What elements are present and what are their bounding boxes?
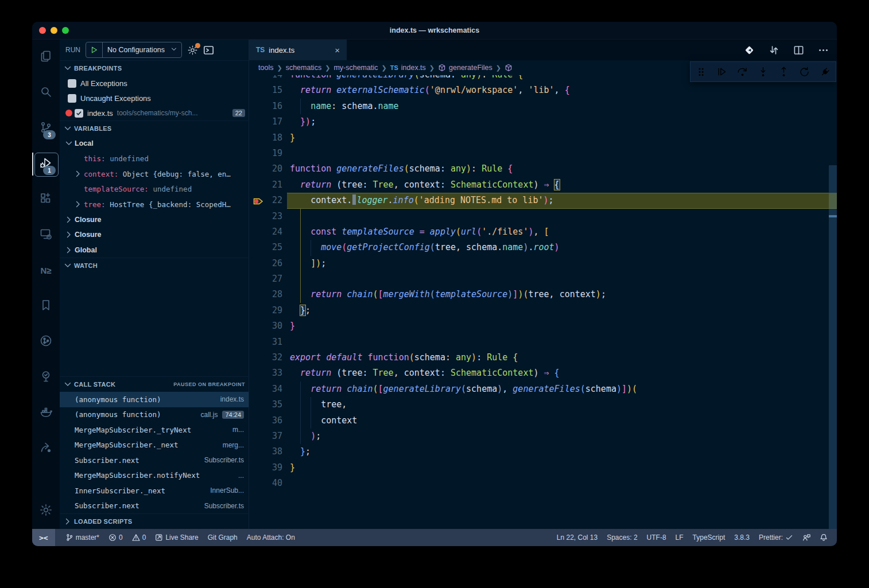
code-line-content[interactable]: tree, <box>287 397 837 412</box>
watch-section-header[interactable]: WATCH <box>60 258 249 273</box>
gutter[interactable]: 31 <box>249 334 287 350</box>
call-stack-section-header[interactable]: CALL STACK PAUSED ON BREAKPOINT <box>60 376 249 392</box>
code-line-content[interactable]: return (tree: Tree, context: SchematicCo… <box>287 177 837 193</box>
zoom-window-button[interactable] <box>62 27 69 34</box>
code-line-content[interactable] <box>287 476 837 491</box>
gutter[interactable]: 38 <box>249 444 287 460</box>
gutter[interactable]: 35 <box>249 397 287 412</box>
code-line-content[interactable]: move(getProjectConfig(tree, schema.name)… <box>287 240 837 255</box>
gutter[interactable]: 22 <box>249 193 287 208</box>
gutter[interactable]: 39 <box>249 460 287 476</box>
code-line-content[interactable]: return chain([mergeWith(templateSource)]… <box>287 287 837 302</box>
step-into-button[interactable] <box>757 66 769 78</box>
status-item-prettier[interactable]: Prettier: <box>754 534 798 542</box>
breadcrumb-item[interactable]: tools <box>258 64 273 72</box>
gutter[interactable]: 28 <box>249 287 287 302</box>
breakpoint-row[interactable]: Uncaught Exceptions <box>60 91 249 106</box>
variables-scope-closure[interactable]: Closure <box>60 227 249 243</box>
status-item-notifications[interactable] <box>815 534 832 542</box>
code-line-content[interactable]: ]); <box>287 256 837 271</box>
activity-item-git-graph[interactable] <box>32 324 60 360</box>
code-area[interactable]: 14function generateLibrary(schema: any):… <box>249 75 837 529</box>
code-line-content[interactable]: } <box>287 460 837 476</box>
status-item-cursor-position[interactable]: Ln 22, Col 13 <box>552 534 602 542</box>
remote-indicator[interactable]: >< <box>32 529 55 546</box>
code-line-content[interactable]: function generateFiles(schema: any): Rul… <box>287 161 837 177</box>
compare-changes-icon[interactable] <box>769 45 779 56</box>
breadcrumb-item[interactable]: TSindex.ts <box>390 64 426 72</box>
code-line-content[interactable]: export default function(schema: any): Ru… <box>287 350 837 365</box>
gutter[interactable]: 29 <box>249 303 287 318</box>
gutter[interactable]: 17 <box>249 114 287 130</box>
gutter[interactable]: 33 <box>249 365 287 381</box>
breakpoint-row[interactable]: index.tstools/schematics/my-sch...22 <box>60 106 249 120</box>
activity-item-live-share[interactable] <box>32 431 60 466</box>
variables-scope-local[interactable]: Local <box>60 136 249 151</box>
open-changes-icon[interactable] <box>744 45 755 56</box>
variable-row[interactable]: context: Object {debug: false, en… <box>60 166 249 182</box>
status-item-auto-attach[interactable]: Auto Attach: On <box>242 534 300 542</box>
code-line-content[interactable]: ); <box>287 429 837 444</box>
call-stack-frame[interactable]: (anonymous function)index.ts <box>60 392 249 407</box>
status-item-language[interactable]: TypeScript <box>688 534 730 542</box>
debug-console-button[interactable] <box>203 45 214 56</box>
code-line-content[interactable]: context <box>287 413 837 429</box>
status-item-live-share[interactable]: Live Share <box>150 534 203 542</box>
gutter[interactable]: 23 <box>249 209 287 224</box>
gutter[interactable]: 14 <box>249 75 287 83</box>
call-stack-frame[interactable]: InnerSubscriber._nextInnerSub... <box>60 483 249 499</box>
continue-button[interactable] <box>716 66 728 78</box>
status-item-warnings[interactable]: 0 <box>127 534 151 542</box>
code-line-content[interactable]: return (tree: Tree, context: SchematicCo… <box>287 365 837 381</box>
activity-item-search[interactable] <box>32 75 60 111</box>
activity-item-explorer[interactable] <box>32 40 60 75</box>
code-line-content[interactable]: return externalSchematic('@nrwl/workspac… <box>287 83 837 98</box>
code-line-content[interactable]: name: schema.name <box>287 99 837 114</box>
call-stack-frame[interactable]: Subscriber.nextSubscriber.ts <box>60 499 249 514</box>
disconnect-button[interactable] <box>819 66 831 78</box>
code-line-content[interactable]: context.logger.info('adding NOTES.md to … <box>287 193 837 208</box>
code-line-content[interactable]: }; <box>287 303 837 318</box>
gutter[interactable]: 36 <box>249 413 287 429</box>
restart-button[interactable] <box>798 66 810 78</box>
code-line-content[interactable]: }; <box>287 444 837 460</box>
status-item-indentation[interactable]: Spaces: 2 <box>602 534 642 542</box>
gutter[interactable]: 27 <box>249 271 287 287</box>
gutter[interactable]: 34 <box>249 381 287 397</box>
gutter[interactable]: 18 <box>249 130 287 146</box>
minimize-window-button[interactable] <box>51 27 57 34</box>
code-line-content[interactable] <box>287 271 837 287</box>
activity-item-bookmarks[interactable] <box>32 289 60 324</box>
gutter[interactable]: 40 <box>249 476 287 491</box>
breadcrumb-item[interactable]: my-schematic <box>333 64 378 72</box>
configure-gear-button[interactable] <box>187 45 198 56</box>
breakpoint-checkbox[interactable] <box>68 94 76 103</box>
code-line-content[interactable]: }); <box>287 114 837 130</box>
call-stack-frame[interactable]: MergeMapSubscriber.notifyNext... <box>60 468 249 484</box>
status-item-ts-version[interactable]: 3.8.3 <box>730 534 754 542</box>
variable-row[interactable]: tree: HostTree {_backend: ScopedH… <box>60 197 249 212</box>
status-item-eol[interactable]: LF <box>671 534 688 542</box>
status-item-encoding[interactable]: UTF-8 <box>642 534 671 542</box>
loaded-scripts-section-header[interactable]: LOADED SCRIPTS <box>60 513 249 529</box>
activity-item-docker[interactable] <box>32 395 60 431</box>
activity-item-remote-explorer[interactable] <box>32 217 60 253</box>
gutter[interactable]: 15 <box>249 83 287 98</box>
gutter[interactable]: 21 <box>249 177 287 193</box>
code-line-content[interactable] <box>287 334 837 350</box>
gutter[interactable]: 25 <box>249 240 287 255</box>
activity-item-run-debug[interactable]: 1 <box>32 146 60 182</box>
code-line-content[interactable]: } <box>287 318 837 334</box>
activity-item-nx-console[interactable]: N≥ <box>32 253 60 289</box>
code-line-content[interactable] <box>287 209 837 224</box>
step-over-button[interactable] <box>736 66 748 78</box>
variables-scope-global[interactable]: Global <box>60 243 249 258</box>
breakpoint-checkbox[interactable] <box>68 79 76 88</box>
gutter[interactable]: 26 <box>249 256 287 271</box>
split-editor-icon[interactable] <box>793 45 804 56</box>
variable-row[interactable]: this: undefined <box>60 151 249 167</box>
status-item-git-branch[interactable]: master* <box>61 534 104 542</box>
drag-handle[interactable] <box>695 66 707 78</box>
call-stack-frame[interactable]: Subscriber.nextSubscriber.ts <box>60 453 249 468</box>
gutter[interactable]: 19 <box>249 146 287 161</box>
